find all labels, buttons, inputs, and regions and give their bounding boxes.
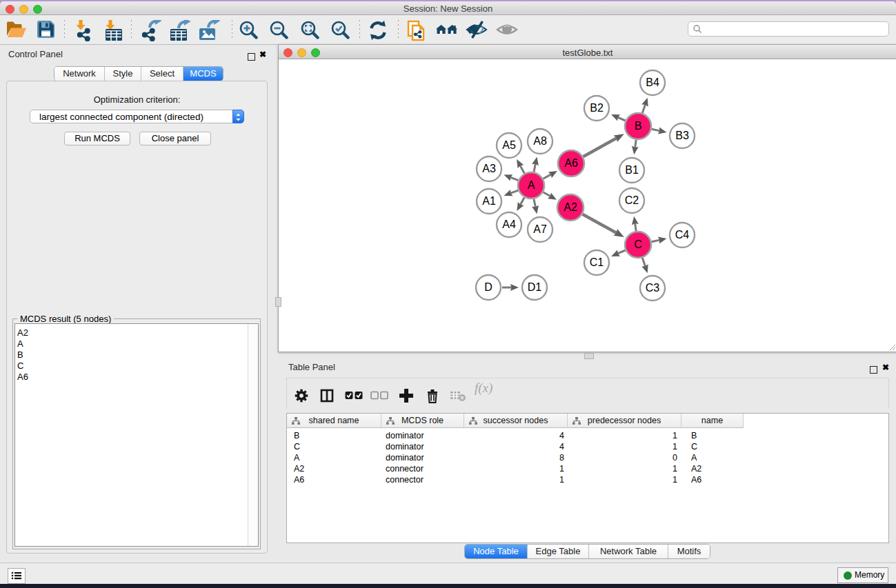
svg-text:C3: C3 [646,282,660,294]
svg-text:A2: A2 [564,201,577,213]
svg-text:A5: A5 [502,139,516,151]
svg-text:A8: A8 [533,135,547,147]
svg-text:B2: B2 [590,102,604,114]
svg-text:A4: A4 [502,219,516,230]
svg-text:D: D [484,281,492,293]
svg-text:D1: D1 [528,281,542,293]
svg-text:C4: C4 [675,229,690,241]
svg-text:C2: C2 [625,194,639,206]
svg-text:A7: A7 [533,223,547,235]
svg-text:A1: A1 [482,195,496,207]
svg-text:C1: C1 [590,256,604,268]
svg-text:B3: B3 [675,130,689,141]
svg-text:B4: B4 [646,77,659,88]
svg-text:B: B [635,120,642,132]
svg-text:A: A [528,179,535,191]
svg-text:A3: A3 [482,163,496,174]
svg-text:C: C [634,239,642,250]
svg-text:A6: A6 [564,157,578,169]
svg-text:B1: B1 [625,164,639,176]
